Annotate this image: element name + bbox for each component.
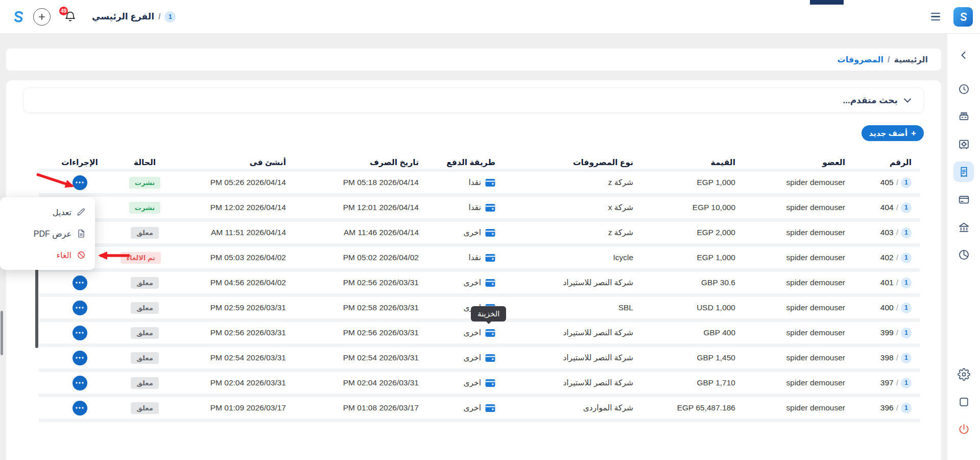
advanced-search-toggle[interactable]: بحث متقدم... [23, 87, 924, 113]
header-actions: الإجراءات [39, 158, 121, 167]
treasury-wallet-icon[interactable] [485, 203, 495, 212]
cell-member: spider demouser [744, 328, 853, 337]
cell-created-at: PM 02:59 2026/03/31 [169, 303, 294, 312]
status-badge: نشرت [129, 202, 160, 214]
table-row: 1 / 398 spider demouser GBP 1,450 شركة ا… [39, 347, 920, 372]
count-badge: 1 [901, 403, 912, 413]
settings-icon[interactable] [953, 364, 974, 384]
branch-breadcrumb[interactable]: 1 / الفرع الرئيسي [92, 11, 176, 22]
menu-item-view-pdf-label: عرض PDF [34, 229, 71, 239]
breadcrumb-separator: / [158, 12, 160, 21]
cell-expense-type: شركة النصر للاستيراد [504, 353, 641, 362]
wallet-icon[interactable] [953, 189, 974, 210]
row-number: 396 [880, 403, 894, 412]
payment-method-label: نقدا [468, 178, 481, 187]
ellipsis-icon [76, 382, 84, 384]
hamburger-menu-icon[interactable] [931, 13, 940, 20]
cell-number: 1 / 405 [853, 177, 920, 188]
table-row: 1 / 397 spider demouser GBP 1,710 شركة ا… [39, 372, 920, 397]
number-separator: / [896, 228, 898, 237]
treasury-tooltip: الخزينة [471, 306, 506, 321]
cell-expense-type: شركة المواردى [504, 403, 641, 412]
bank-icon[interactable] [953, 217, 974, 237]
row-actions-button[interactable] [73, 275, 87, 290]
cell-actions [39, 326, 121, 340]
cell-created-at: PM 05:03 2026/04/02 [169, 253, 294, 262]
cell-value: GBP 400 [641, 328, 744, 337]
treasury-wallet-icon[interactable] [485, 329, 495, 337]
treasury-wallet-icon[interactable] [485, 279, 495, 287]
payment-method-label: اخرى [463, 328, 481, 337]
table-row: 1 / 399 spider demouser GBP 400 شركة الن… [39, 322, 920, 347]
treasury-wallet-icon[interactable] [485, 228, 495, 237]
treasury-wallet-icon[interactable] [485, 178, 495, 187]
ellipsis-icon [76, 307, 84, 309]
number-separator: / [896, 203, 898, 212]
row-actions-button[interactable] [73, 351, 87, 365]
cell-value: GBP 1,450 [641, 353, 744, 362]
cell-value: EGP 2,000 [641, 228, 744, 237]
cell-number: 1 / 397 [853, 378, 920, 388]
cell-member: spider demouser [744, 228, 853, 237]
row-number: 404 [880, 203, 894, 212]
menu-item-cancel[interactable]: الغاء [0, 244, 95, 266]
count-badge: 1 [901, 252, 912, 263]
safe-icon[interactable] [953, 134, 974, 154]
row-number: 402 [880, 253, 894, 262]
cell-payment-method: اخرى [427, 278, 504, 287]
history-icon[interactable] [953, 79, 974, 99]
plus-icon: + [911, 129, 916, 137]
invoices-icon[interactable] [953, 162, 974, 182]
row-actions-button[interactable] [73, 301, 87, 315]
add-new-label: أضف جديد [869, 129, 907, 138]
cell-value: GBP 1,710 [641, 378, 744, 387]
cell-status: معلق [121, 277, 169, 289]
quick-add-button[interactable] [33, 8, 51, 26]
number-separator: / [896, 378, 898, 387]
cell-expense-type: Icycle [504, 253, 641, 262]
notifications-button[interactable]: 49 [64, 10, 77, 23]
number-separator: / [896, 403, 898, 412]
cell-status: معلق [121, 302, 169, 314]
cell-spend-date: PM 02:54 2026/03/31 [294, 353, 427, 362]
row-actions-button[interactable] [73, 326, 87, 340]
power-icon[interactable] [953, 419, 974, 440]
cell-number: 1 / 404 [853, 202, 920, 213]
breadcrumb-home-link[interactable]: الرئيسية [894, 55, 928, 64]
pie-chart-icon[interactable] [953, 244, 974, 265]
cash-register-icon[interactable] [953, 106, 974, 127]
square-icon[interactable] [953, 392, 974, 412]
cell-actions [39, 275, 121, 290]
add-new-button[interactable]: + أضف جديد [862, 125, 924, 141]
cell-payment-method: اخرى [427, 353, 504, 362]
cell-number: 1 / 401 [853, 278, 920, 288]
treasury-wallet-icon[interactable] [485, 354, 495, 362]
header-member: العضو [744, 158, 853, 167]
cell-value: USD 1,000 [641, 303, 744, 312]
table-row: 1 / 402 spider demouser EGP 1,000 Icycle… [39, 247, 920, 272]
cell-status: معلق [121, 352, 169, 364]
cell-payment-method: نقدا [427, 178, 504, 187]
row-actions-button[interactable] [73, 401, 87, 416]
row-actions-button[interactable] [73, 175, 87, 190]
payment-method-label: نقدا [468, 253, 481, 262]
status-badge: نشرت [129, 177, 160, 189]
cell-created-at: PM 02:56 2026/03/31 [169, 328, 294, 337]
treasury-wallet-icon[interactable] [485, 379, 495, 387]
table-row: 1 / 401 spider demouser GBP 30.6 شركة ال… [39, 272, 920, 297]
row-actions-button[interactable] [73, 376, 87, 390]
menu-item-edit[interactable]: تعديل [0, 201, 95, 223]
menu-item-view-pdf[interactable]: عرض PDF [0, 223, 95, 244]
cell-member: spider demouser [744, 403, 853, 412]
cell-spend-date: PM 12:01 2026/04/14 [294, 203, 427, 212]
payment-method-label: اخرى [463, 278, 481, 287]
page-scrollbar[interactable] [1, 311, 3, 355]
cell-expense-type: SBL [504, 303, 641, 312]
treasury-wallet-icon[interactable] [485, 404, 495, 412]
collapse-chevron-icon[interactable] [953, 45, 974, 65]
number-separator: / [896, 278, 898, 287]
cell-number: 1 / 402 [853, 252, 920, 263]
treasury-wallet-icon[interactable] [485, 254, 495, 262]
plus-icon [37, 12, 46, 21]
header-created-at: أنشئ فى [169, 158, 294, 167]
